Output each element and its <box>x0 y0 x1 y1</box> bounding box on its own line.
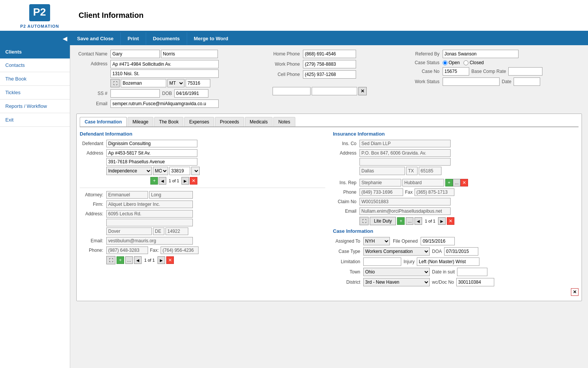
ins-rep-dots-btn[interactable]: … <box>453 179 460 186</box>
sidebar-collapse-icon[interactable]: ◀ <box>63 35 67 42</box>
case-info-clear-btn[interactable]: ✕ <box>571 288 579 296</box>
address2-input[interactable] <box>110 69 219 78</box>
referred-by-input[interactable] <box>443 50 519 58</box>
defendant-input[interactable] <box>106 140 197 147</box>
atty-icon-btn[interactable]: ⛶ <box>106 256 115 264</box>
ins-city-input[interactable] <box>359 167 405 175</box>
town-select[interactable]: Ohio <box>363 268 430 276</box>
ins-next-btn[interactable]: ▶ <box>438 217 446 225</box>
tab-the-book[interactable]: The Book <box>154 117 183 126</box>
tab-expenses[interactable]: Expenses <box>184 117 214 126</box>
def-city-select[interactable]: Independence <box>106 167 152 175</box>
tab-notes[interactable]: Notes <box>273 117 295 126</box>
documents-button[interactable]: Documents <box>146 32 187 45</box>
sidebar-item-the-book[interactable]: The Book <box>0 72 70 86</box>
city-input[interactable] <box>121 79 166 87</box>
address1-input[interactable] <box>110 60 219 68</box>
district-select[interactable]: 3rd - New Haven <box>363 278 430 286</box>
atty-state-input[interactable] <box>153 227 164 235</box>
atty-phone-input[interactable] <box>106 246 148 254</box>
ins-state-input[interactable] <box>406 167 418 175</box>
atty-dots-btn[interactable]: … <box>125 256 133 264</box>
def-zip-input[interactable] <box>169 167 190 175</box>
tab-medicals[interactable]: Medicals <box>245 117 273 126</box>
work-phone-input[interactable] <box>303 60 356 68</box>
tab-mileage[interactable]: Mileage <box>128 117 153 126</box>
atty-fax-input[interactable] <box>161 246 199 254</box>
ins-email-input[interactable] <box>359 207 451 215</box>
limitation-input[interactable] <box>363 257 401 266</box>
closed-radio-label[interactable]: Closed <box>463 60 484 65</box>
email-input[interactable] <box>110 100 219 108</box>
lite-duty-btn[interactable]: Lite Duty <box>370 217 396 225</box>
ins-add-btn[interactable]: + <box>397 217 405 225</box>
tab-proceeds[interactable]: Proceeds <box>215 117 244 126</box>
def-address1-input[interactable] <box>106 149 197 157</box>
ss-input[interactable] <box>110 89 160 98</box>
ins-dots-btn[interactable]: … <box>406 217 413 225</box>
atty-address1-input[interactable] <box>106 210 193 218</box>
date-in-suit-input[interactable] <box>457 268 487 276</box>
dob-input[interactable] <box>174 89 208 98</box>
attorney-last-input[interactable] <box>149 191 193 199</box>
sidebar-item-clients[interactable]: Clients <box>0 45 70 58</box>
atty-email-input[interactable] <box>106 237 193 245</box>
wc-doc-no-input[interactable] <box>456 278 494 286</box>
sidebar-item-exit[interactable]: Exit <box>0 113 70 127</box>
work-status-input[interactable] <box>443 77 500 86</box>
state-select[interactable]: MT <box>167 79 184 87</box>
print-button[interactable]: Print <box>121 32 146 45</box>
atty-delete-btn[interactable]: ✕ <box>166 256 174 264</box>
atty-prev-btn[interactable]: ◀ <box>134 256 142 264</box>
def-state-select[interactable]: MO <box>153 167 168 175</box>
open-radio[interactable] <box>443 60 448 65</box>
merge-to-word-button[interactable]: Merge to Word <box>187 32 235 45</box>
firm-input[interactable] <box>106 201 193 208</box>
assigned-to-select[interactable]: NYH <box>363 237 390 245</box>
case-type-select[interactable]: Workers Compensation <box>363 247 430 256</box>
atty-zip-input[interactable] <box>166 227 188 235</box>
def-zip-select[interactable] <box>191 167 200 175</box>
closed-radio[interactable] <box>463 60 468 65</box>
injury-input[interactable] <box>417 257 479 266</box>
atty-address2-input[interactable] <box>106 219 193 226</box>
work-status-date-input[interactable] <box>514 77 540 86</box>
doa-input[interactable] <box>444 247 478 256</box>
base-comp-rate-input[interactable] <box>508 67 542 76</box>
ins-address1-input[interactable] <box>359 149 451 157</box>
last-name-input[interactable] <box>161 50 218 58</box>
sidebar-item-reports-workflow[interactable]: Reports / Workflow <box>0 100 70 113</box>
cell-phone-input[interactable] <box>303 70 356 79</box>
atty-next-btn[interactable]: ▶ <box>158 256 165 264</box>
open-radio-label[interactable]: Open <box>443 60 460 65</box>
attorney-first-input[interactable] <box>106 191 148 199</box>
home-phone-input[interactable] <box>303 50 356 58</box>
extra-phone-input[interactable] <box>273 87 311 95</box>
atty-add-btn[interactable]: + <box>117 256 124 264</box>
ins-delete-btn[interactable]: ✕ <box>447 217 454 225</box>
ins-rep-del-btn[interactable]: ✕ <box>460 179 468 186</box>
ins-co-input[interactable] <box>359 140 451 147</box>
ins-phone-input[interactable] <box>359 188 403 196</box>
ins-zip-input[interactable] <box>419 167 441 175</box>
ins-rep-last-input[interactable] <box>402 179 444 186</box>
claim-no-input[interactable] <box>359 198 451 205</box>
sidebar-item-contacts[interactable]: Contacts <box>0 58 70 72</box>
case-no-input[interactable] <box>443 67 469 76</box>
ins-address2-input[interactable] <box>359 158 451 166</box>
ins-prev-btn[interactable]: ◀ <box>415 217 422 225</box>
ins-rep-first-input[interactable] <box>359 179 401 186</box>
save-close-button[interactable]: Save and Close <box>70 32 121 45</box>
ins-rep-add-btn[interactable]: + <box>445 179 453 186</box>
sidebar-item-tickles[interactable]: Tickles <box>0 86 70 100</box>
tab-case-information[interactable]: Case Information <box>80 117 127 126</box>
extra-phone2-input[interactable] <box>312 87 357 95</box>
first-name-input[interactable] <box>110 50 160 58</box>
def-delete-btn[interactable]: ✕ <box>190 177 197 185</box>
atty-city-input[interactable] <box>106 227 152 235</box>
zip-input[interactable] <box>186 79 210 87</box>
clear-phone-button[interactable]: ✕ <box>358 87 367 95</box>
file-opened-input[interactable] <box>421 237 455 245</box>
def-next-btn[interactable]: ▶ <box>181 177 189 185</box>
def-prev-btn[interactable]: ◀ <box>159 177 166 185</box>
